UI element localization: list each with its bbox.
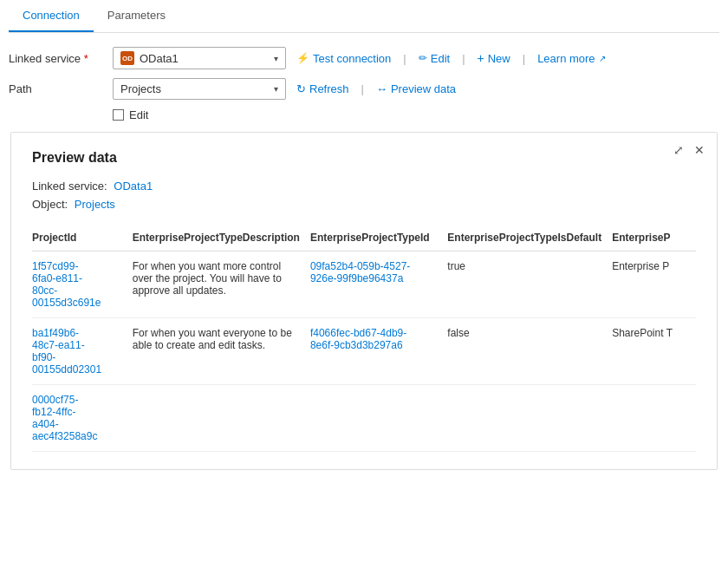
table-row: 1f57cd99- 6fa0-e811- 80cc- 00155d3c691eF…	[32, 252, 696, 318]
service-icon: OD	[120, 51, 134, 65]
path-row: Path Projects ▾ ↻ Refresh | ↔ Preview da…	[9, 78, 719, 100]
col-header-typeid: EnterpriseProjectTypeId	[310, 225, 447, 252]
close-button[interactable]: ✕	[692, 141, 706, 159]
preview-icon: ↔	[376, 82, 387, 95]
learn-more-button[interactable]: Learn more ↗	[534, 50, 608, 67]
divider-2: |	[462, 52, 465, 65]
table-cell: For when you want more control over the …	[133, 252, 310, 318]
table-cell	[310, 385, 447, 452]
expand-button[interactable]: ⤢	[672, 141, 686, 159]
linked-service-meta: Linked service: OData1	[32, 180, 696, 193]
table-cell: ba1f49b6- 48c7-ea11- bf90- 00155dd02301	[32, 318, 133, 385]
plug-icon: ⚡	[296, 52, 309, 64]
table-cell: SharePoint T	[612, 318, 696, 385]
table-cell: Enterprise P	[612, 252, 696, 318]
table-row: ba1f49b6- 48c7-ea11- bf90- 00155dd02301F…	[32, 318, 696, 385]
close-icon: ✕	[694, 143, 705, 157]
table-cell: 1f57cd99- 6fa0-e811- 80cc- 00155d3c691e	[32, 252, 133, 318]
table-cell	[612, 385, 696, 452]
pencil-icon: ✏	[419, 52, 427, 64]
linked-service-label: Linked service *	[9, 52, 113, 65]
table-row: 0000cf75- fb12-4ffc- a404- aec4f3258a9c	[32, 385, 696, 452]
table-cell: For when you want everyone to be able to…	[133, 318, 310, 385]
edit-checkbox-row: Edit	[113, 108, 719, 121]
table-cell	[133, 385, 310, 452]
chevron-down-icon: ▾	[274, 54, 278, 63]
col-header-ep: EnterpriseP	[612, 225, 696, 252]
path-controls: Projects ▾ ↻ Refresh | ↔ Preview data	[113, 78, 459, 100]
tab-bar: Connection Parameters	[9, 0, 719, 33]
linked-service-controls: OD OData1 ▾ ⚡ Test connection | ✏ Edit |…	[113, 47, 609, 69]
edit-checkbox-label: Edit	[129, 108, 148, 121]
linked-service-value: OData1	[140, 52, 179, 65]
table-cell: f4066fec-bd67-4db9- 8e6f-9cb3d3b297a6	[310, 318, 447, 385]
col-header-projectid: ProjectId	[32, 225, 133, 252]
tab-connection[interactable]: Connection	[9, 0, 94, 32]
external-link-icon: ↗	[599, 54, 606, 63]
divider-3: |	[523, 52, 525, 65]
divider-4: |	[361, 82, 364, 95]
linked-service-meta-value[interactable]: OData1	[114, 180, 153, 193]
new-button[interactable]: + New	[474, 49, 514, 67]
path-value: Projects	[120, 82, 161, 95]
col-header-isdefault: EnterpriseProjectTypeIsDefault	[447, 225, 612, 252]
tab-parameters[interactable]: Parameters	[94, 0, 179, 32]
preview-panel-title: Preview data	[32, 150, 696, 166]
plus-icon: +	[478, 51, 484, 65]
table-cell: false	[447, 318, 612, 385]
object-meta: Object: Projects	[32, 198, 696, 211]
refresh-button[interactable]: ↻ Refresh	[293, 81, 353, 97]
refresh-icon: ↻	[296, 82, 306, 95]
expand-icon: ⤢	[673, 143, 684, 157]
path-chevron-down-icon: ▾	[274, 84, 278, 94]
path-dropdown[interactable]: Projects ▾	[113, 78, 286, 100]
preview-data-button[interactable]: ↔ Preview data	[373, 81, 459, 97]
table-cell	[447, 385, 612, 452]
table-header-row: ProjectId EnterpriseProjectTypeDescripti…	[32, 225, 696, 252]
required-indicator: *	[81, 52, 88, 65]
preview-panel: ⤢ ✕ Preview data Linked service: OData1 …	[10, 132, 718, 470]
path-label: Path	[9, 82, 113, 95]
divider-1: |	[403, 52, 406, 65]
panel-controls: ⤢ ✕	[672, 141, 706, 159]
linked-service-row: Linked service * OD OData1 ▾ ⚡ Test conn…	[9, 47, 719, 69]
preview-table: ProjectId EnterpriseProjectTypeDescripti…	[32, 225, 696, 452]
col-header-desc: EnterpriseProjectTypeDescription	[133, 225, 310, 252]
table-cell: 09fa52b4-059b-4527- 926e-99f9be96437a	[310, 252, 447, 318]
table-cell: true	[447, 252, 612, 318]
edit-button[interactable]: ✏ Edit	[415, 50, 453, 67]
object-meta-value[interactable]: Projects	[75, 198, 115, 211]
test-connection-button[interactable]: ⚡ Test connection	[293, 50, 394, 67]
edit-checkbox[interactable]	[113, 109, 124, 121]
linked-service-dropdown[interactable]: OD OData1 ▾	[113, 47, 286, 69]
table-cell: 0000cf75- fb12-4ffc- a404- aec4f3258a9c	[32, 385, 133, 452]
